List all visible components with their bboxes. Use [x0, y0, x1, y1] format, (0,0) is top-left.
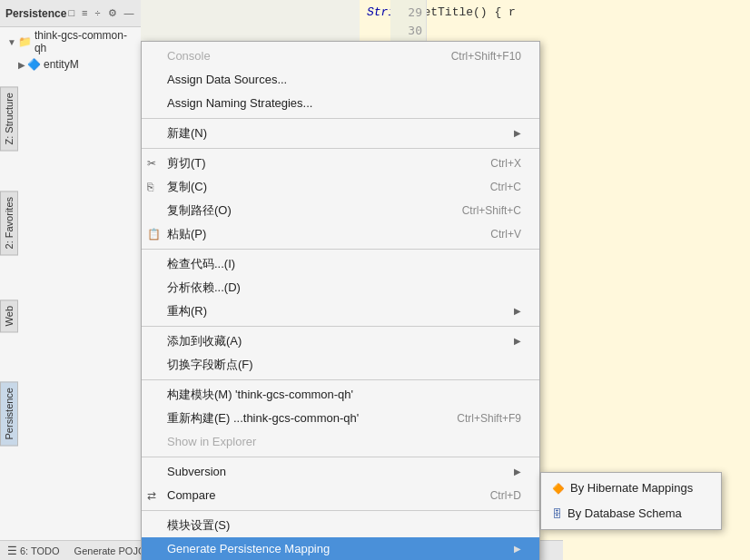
- menu-item-refactor[interactable]: 重构(R) ▶: [142, 300, 539, 323]
- menu-item-show-explorer[interactable]: Show in Explorer: [142, 430, 539, 454]
- side-tab-favorites[interactable]: 2: Favorites: [0, 191, 18, 255]
- menu-separator-6: [142, 457, 539, 457]
- panel-icon-minimize[interactable]: —: [123, 6, 136, 20]
- menu-item-rebuild[interactable]: 重新构建(E) ...think-gcs-common-qh' Ctrl+Shi…: [142, 407, 539, 430]
- panel-title: Persistence: [5, 7, 66, 20]
- tree-child-item[interactable]: ▶ 🔷 entityM: [0, 56, 141, 73]
- menu-separator-7: [142, 510, 539, 511]
- menu-item-add-favorites[interactable]: 添加到收藏(A) ▶: [142, 329, 539, 353]
- tree-expand-arrow: ▼: [7, 37, 16, 47]
- menu-separator-5: [142, 379, 539, 380]
- menu-item-console[interactable]: Console Ctrl+Shift+F10: [142, 44, 539, 68]
- side-tab-persistence[interactable]: Persistence: [0, 381, 18, 446]
- side-tab-web[interactable]: Web: [0, 300, 18, 332]
- tree-child-arrow: ▶: [18, 60, 25, 70]
- submenu-arrow-refactor: ▶: [514, 302, 521, 320]
- bottom-tab-todo[interactable]: ☰ 6: TODO: [4, 543, 64, 559]
- panel-icon-menu[interactable]: ≡: [80, 6, 89, 20]
- copy-icon: ⎘: [147, 178, 153, 196]
- panel-icon-split[interactable]: ÷: [93, 6, 102, 20]
- tree-root-label: think-gcs-common-qh: [35, 29, 137, 54]
- context-menu: Console Ctrl+Shift+F10 Assign Data Sourc…: [141, 41, 540, 560]
- entity-icon: 🔷: [27, 58, 41, 71]
- panel-icon-layout[interactable]: □: [66, 6, 76, 20]
- menu-item-assign-naming[interactable]: Assign Naming Strategies...: [142, 92, 539, 115]
- menu-item-analyze-deps[interactable]: 分析依赖...(D): [142, 276, 539, 300]
- tree-child-label: entityM: [44, 58, 79, 71]
- hibernate-icon: 🔶: [552, 479, 565, 497]
- menu-separator-1: [142, 118, 539, 119]
- panel-toolbar: □ ≡ ÷ ⚙ —: [66, 6, 135, 20]
- menu-item-compare[interactable]: ⇄ Compare Ctrl+D: [142, 484, 539, 507]
- menu-item-paste[interactable]: 📋 粘贴(P) Ctrl+V: [142, 222, 539, 246]
- menu-item-module-settings[interactable]: 模块设置(S): [142, 514, 539, 537]
- submenu-item-hibernate[interactable]: 🔶 By Hibernate Mappings: [541, 476, 721, 501]
- todo-icon: ☰: [7, 545, 17, 557]
- folder-icon: 📁: [18, 35, 32, 48]
- compare-icon: ⇄: [147, 486, 156, 505]
- menu-item-copy-path[interactable]: 复制路径(O) Ctrl+Shift+C: [142, 199, 539, 222]
- submenu-arrow-favorites: ▶: [514, 332, 521, 350]
- menu-separator-4: [142, 326, 539, 327]
- menu-item-new[interactable]: 新建(N) ▶: [142, 122, 539, 145]
- menu-item-cut[interactable]: ✂ 剪切(T) Ctrl+X: [142, 152, 539, 175]
- submenu-item-database[interactable]: 🗄 By Database Schema: [541, 501, 721, 526]
- menu-item-gen-persistence[interactable]: Generate Persistence Mapping ▶: [142, 537, 539, 560]
- menu-item-inspect-code[interactable]: 检查代码...(I): [142, 252, 539, 276]
- menu-item-copy[interactable]: ⎘ 复制(C) Ctrl+C: [142, 175, 539, 199]
- menu-separator-3: [142, 249, 539, 250]
- paste-icon: 📋: [147, 225, 161, 243]
- menu-item-build-module[interactable]: 构建模块(M) 'think-gcs-common-qh': [142, 383, 539, 407]
- submenu-arrow-subversion: ▶: [514, 463, 521, 481]
- menu-item-toggle-breakpoint[interactable]: 切换字段断点(F): [142, 353, 539, 377]
- menu-item-assign-datasources[interactable]: Assign Data Sources...: [142, 68, 539, 92]
- cut-icon: ✂: [147, 154, 156, 172]
- menu-item-subversion[interactable]: Subversion ▶: [142, 460, 539, 484]
- submenu-arrow-new: ▶: [514, 124, 521, 142]
- gen-persistence-submenu: 🔶 By Hibernate Mappings 🗄 By Database Sc…: [540, 472, 722, 530]
- persistence-panel: Persistence □ ≡ ÷ ⚙ — ▼ 📁 think-gcs-comm…: [0, 0, 141, 560]
- database-icon: 🗄: [552, 505, 562, 523]
- panel-header: Persistence □ ≡ ÷ ⚙ —: [0, 0, 141, 27]
- menu-separator-2: [142, 148, 539, 149]
- side-tab-structure[interactable]: Z: Structure: [0, 86, 18, 151]
- panel-icon-settings[interactable]: ⚙: [106, 6, 119, 20]
- tree-root-item[interactable]: ▼ 📁 think-gcs-common-qh: [0, 27, 141, 56]
- submenu-arrow-gen-persistence: ▶: [514, 540, 521, 558]
